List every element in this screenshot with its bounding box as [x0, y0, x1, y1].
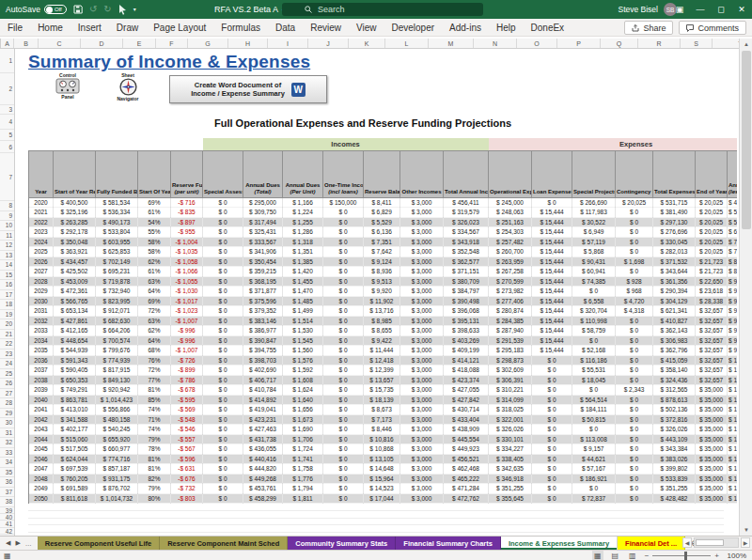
value-cell[interactable]: $ 254,303	[489, 227, 532, 238]
value-cell[interactable]: $ 245,000	[489, 197, 532, 208]
value-cell[interactable]: $ 362,796	[653, 346, 696, 356]
table-header-cell[interactable]: Reserve Fund Deficiency from FFB(per uni…	[171, 150, 203, 197]
column-header-S[interactable]: S	[681, 39, 713, 49]
value-cell[interactable]: $ 21,723	[696, 257, 728, 267]
value-cell[interactable]: $ 251,163	[489, 217, 532, 227]
value-cell[interactable]: $ 35,000	[696, 484, 728, 494]
ribbon-tab-doneex[interactable]: DoneEx	[531, 19, 565, 37]
share-button[interactable]: Share	[624, 21, 673, 35]
value-cell[interactable]: $ 1,794	[283, 484, 323, 494]
value-cell[interactable]: $ 1	[728, 375, 737, 385]
row-header-8[interactable]: 8	[0, 201, 14, 211]
value-cell[interactable]: $ 0	[203, 306, 243, 317]
value-cell[interactable]: $ 0	[532, 474, 572, 484]
value-cell[interactable]: $ 0	[323, 346, 364, 356]
value-cell[interactable]: $ 333,567	[243, 237, 283, 247]
value-cell[interactable]: $ 456,411	[444, 197, 489, 208]
value-cell[interactable]: $ 0	[323, 425, 364, 435]
year-cell[interactable]: 2026	[29, 257, 54, 267]
value-cell[interactable]: $ 5,529	[364, 217, 400, 227]
value-cell[interactable]: $ 381,490	[653, 208, 696, 218]
value-cell[interactable]: 69%	[138, 197, 171, 208]
value-cell[interactable]: $ 443,109	[653, 434, 696, 444]
value-cell[interactable]: $ 0	[532, 493, 572, 504]
value-cell[interactable]: $ 257,482	[489, 237, 532, 247]
value-cell[interactable]: 68%	[138, 346, 171, 356]
value-cell[interactable]: $ 0	[616, 267, 653, 277]
row-header-39[interactable]: 39	[0, 507, 14, 514]
select-all-corner[interactable]	[0, 39, 1, 49]
value-cell[interactable]: $ 371,151	[444, 267, 489, 277]
pointer-mode-button[interactable]	[118, 0, 127, 19]
value-cell[interactable]: $ 9,157	[572, 444, 616, 455]
value-cell[interactable]: $ 358,140	[653, 366, 696, 376]
value-cell[interactable]: $ 0	[323, 217, 364, 227]
value-cell[interactable]: $ 1,592	[283, 366, 323, 376]
ribbon-tab-add-ins[interactable]: Add-ins	[449, 19, 481, 37]
value-cell[interactable]: $ 774,939	[96, 355, 138, 366]
value-cell[interactable]: $ 314,099	[489, 395, 532, 405]
row-header-3[interactable]: 3	[0, 105, 14, 115]
value-cell[interactable]: -$ 548	[171, 414, 203, 425]
value-cell[interactable]: $ 390,498	[444, 296, 489, 306]
table-header-cell[interactable]: Annual Dues(Total)	[243, 150, 283, 197]
value-cell[interactable]: 79%	[138, 484, 171, 494]
row-header-42[interactable]: 42	[0, 528, 14, 535]
value-cell[interactable]: $ 0	[616, 454, 653, 464]
vertical-scrollbar[interactable]: ▲ ▼	[739, 39, 752, 536]
row-header-1[interactable]: 1	[0, 49, 14, 73]
year-cell[interactable]: 2042	[29, 414, 54, 425]
value-cell[interactable]: $ 325,196	[54, 208, 96, 218]
value-cell[interactable]: $ 515,060	[54, 434, 96, 444]
value-cell[interactable]: -$ 546	[171, 425, 203, 435]
value-cell[interactable]: $ 386,977	[243, 326, 283, 336]
close-button[interactable]: ✕	[731, 0, 752, 19]
value-cell[interactable]: $ 533,839	[653, 474, 696, 484]
value-cell[interactable]: $ 449,923	[444, 444, 489, 455]
value-cell[interactable]: $ 309,750	[243, 208, 283, 218]
value-cell[interactable]: $ 15,444	[532, 335, 572, 346]
zoom-slider[interactable]	[652, 555, 711, 556]
column-header-J[interactable]: J	[308, 39, 349, 49]
value-cell[interactable]: $ 35,000	[696, 405, 728, 415]
value-cell[interactable]: $ 760,205	[54, 474, 96, 484]
value-cell[interactable]: $ 425,502	[54, 267, 96, 277]
table-header-cell[interactable]: Contingency Fund Contribution	[616, 150, 653, 197]
year-cell[interactable]: 2021	[29, 208, 54, 218]
value-cell[interactable]: $ 536,334	[96, 208, 138, 218]
value-cell[interactable]: -$ 996	[171, 326, 203, 336]
value-cell[interactable]: $ 445,554	[444, 434, 489, 444]
value-cell[interactable]: $ 410,784	[243, 385, 283, 396]
row-header-16[interactable]: 16	[0, 280, 14, 290]
value-cell[interactable]: 61%	[138, 208, 171, 218]
value-cell[interactable]: $ 0	[616, 346, 653, 356]
value-cell[interactable]: $ 3,000	[400, 247, 444, 257]
value-cell[interactable]: $ 3,000	[400, 326, 444, 336]
value-cell[interactable]: $ 32,657	[696, 306, 728, 317]
value-cell[interactable]: $ 297,130	[653, 217, 696, 227]
value-cell[interactable]: $ 398,633	[444, 326, 489, 336]
value-cell[interactable]: 64%	[138, 287, 171, 297]
value-cell[interactable]: $ 11,902	[364, 296, 400, 306]
value-cell[interactable]: $ 361,356	[653, 276, 696, 287]
year-cell[interactable]: 2045	[29, 444, 54, 455]
value-cell[interactable]: $ 399,802	[653, 464, 696, 474]
value-cell[interactable]: $ 263,959	[489, 257, 532, 267]
value-cell[interactable]: $ 276,696	[653, 227, 696, 238]
tab-scroll-left-icon[interactable]: ◀	[6, 539, 10, 547]
value-cell[interactable]: $ 23,618	[696, 287, 728, 297]
value-cell[interactable]: $ 471,284	[444, 484, 489, 494]
value-cell[interactable]: $ 1,385	[283, 257, 323, 267]
value-cell[interactable]: $ 502,136	[653, 405, 696, 415]
value-cell[interactable]: $ 15,964	[364, 474, 400, 484]
value-cell[interactable]: $ 0	[616, 217, 653, 227]
vertical-scroll-thumb[interactable]	[742, 51, 751, 229]
column-header-Q[interactable]: Q	[601, 39, 638, 49]
value-cell[interactable]: $ 912,071	[96, 306, 138, 317]
value-cell[interactable]: $ 0	[616, 355, 653, 366]
value-cell[interactable]: $ 0	[323, 326, 364, 336]
value-cell[interactable]: $ 15,444	[532, 316, 572, 326]
value-cell[interactable]: $ 1	[728, 366, 737, 376]
column-header-O[interactable]: O	[517, 39, 557, 49]
value-cell[interactable]: $ 363,921	[54, 247, 96, 257]
